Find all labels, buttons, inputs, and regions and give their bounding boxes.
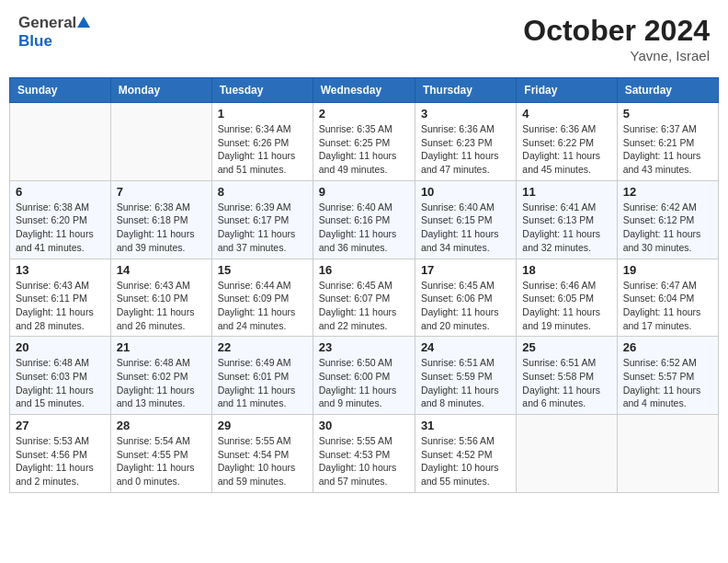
- calendar-cell: 4Sunrise: 6:36 AM Sunset: 6:22 PM Daylig…: [517, 103, 617, 181]
- calendar-cell: 14Sunrise: 6:43 AM Sunset: 6:10 PM Dayli…: [110, 259, 211, 337]
- day-number: 14: [117, 263, 206, 277]
- calendar-cell: 30Sunrise: 5:55 AM Sunset: 4:53 PM Dayli…: [313, 415, 415, 493]
- day-number: 20: [16, 340, 105, 354]
- calendar-cell: 9Sunrise: 6:40 AM Sunset: 6:16 PM Daylig…: [313, 180, 415, 259]
- calendar-cell: [517, 415, 617, 493]
- calendar-cell: 24Sunrise: 6:51 AM Sunset: 5:59 PM Dayli…: [415, 337, 516, 415]
- calendar-table: SundayMondayTuesdayWednesdayThursdayFrid…: [9, 77, 719, 493]
- day-info: Sunrise: 6:49 AM Sunset: 6:01 PM Dayligh…: [218, 356, 307, 410]
- day-number: 30: [319, 419, 409, 432]
- weekday-header-saturday: Saturday: [617, 78, 718, 103]
- day-number: 12: [623, 185, 712, 199]
- day-number: 27: [16, 419, 105, 432]
- calendar-cell: [10, 103, 111, 181]
- calendar-cell: [110, 103, 211, 181]
- calendar-week-row: 13Sunrise: 6:43 AM Sunset: 6:11 PM Dayli…: [10, 259, 719, 337]
- day-info: Sunrise: 6:51 AM Sunset: 5:59 PM Dayligh…: [421, 356, 510, 410]
- day-info: Sunrise: 6:44 AM Sunset: 6:09 PM Dayligh…: [218, 279, 307, 333]
- day-info: Sunrise: 6:45 AM Sunset: 6:06 PM Dayligh…: [421, 279, 510, 333]
- day-info: Sunrise: 5:53 AM Sunset: 4:56 PM Dayligh…: [16, 434, 105, 488]
- day-number: 7: [117, 185, 206, 199]
- logo-triangle-icon: [77, 17, 90, 28]
- calendar-cell: [617, 415, 718, 493]
- day-info: Sunrise: 6:37 AM Sunset: 6:21 PM Dayligh…: [623, 122, 712, 177]
- calendar-cell: 7Sunrise: 6:38 AM Sunset: 6:18 PM Daylig…: [110, 180, 211, 259]
- day-info: Sunrise: 6:35 AM Sunset: 6:25 PM Dayligh…: [319, 122, 409, 177]
- calendar-cell: 2Sunrise: 6:35 AM Sunset: 6:25 PM Daylig…: [313, 103, 415, 181]
- calendar-cell: 15Sunrise: 6:44 AM Sunset: 6:09 PM Dayli…: [211, 259, 313, 337]
- day-number: 18: [522, 263, 610, 277]
- day-number: 3: [421, 107, 510, 121]
- day-info: Sunrise: 6:45 AM Sunset: 6:07 PM Dayligh…: [319, 279, 409, 333]
- calendar-cell: 13Sunrise: 6:43 AM Sunset: 6:11 PM Dayli…: [10, 259, 111, 337]
- weekday-header-friday: Friday: [517, 78, 617, 103]
- calendar-cell: 3Sunrise: 6:36 AM Sunset: 6:23 PM Daylig…: [415, 103, 516, 181]
- day-number: 1: [218, 107, 307, 121]
- weekday-header-monday: Monday: [110, 78, 211, 103]
- weekday-header-tuesday: Tuesday: [211, 78, 313, 103]
- day-number: 22: [218, 340, 307, 354]
- calendar-cell: 17Sunrise: 6:45 AM Sunset: 6:06 PM Dayli…: [415, 259, 516, 337]
- day-info: Sunrise: 5:56 AM Sunset: 4:52 PM Dayligh…: [421, 434, 510, 488]
- day-number: 5: [623, 107, 712, 121]
- day-info: Sunrise: 5:55 AM Sunset: 4:54 PM Dayligh…: [218, 434, 307, 488]
- calendar-cell: 31Sunrise: 5:56 AM Sunset: 4:52 PM Dayli…: [415, 415, 516, 493]
- day-number: 16: [319, 263, 409, 277]
- day-info: Sunrise: 6:48 AM Sunset: 6:03 PM Dayligh…: [16, 356, 105, 410]
- day-number: 28: [117, 419, 206, 432]
- day-info: Sunrise: 6:42 AM Sunset: 6:12 PM Dayligh…: [623, 201, 712, 255]
- day-number: 19: [623, 263, 712, 277]
- day-number: 26: [623, 340, 712, 354]
- calendar-cell: 11Sunrise: 6:41 AM Sunset: 6:13 PM Dayli…: [517, 180, 617, 259]
- calendar-cell: 5Sunrise: 6:37 AM Sunset: 6:21 PM Daylig…: [617, 103, 718, 181]
- day-info: Sunrise: 6:47 AM Sunset: 6:04 PM Dayligh…: [623, 279, 712, 333]
- calendar-cell: 10Sunrise: 6:40 AM Sunset: 6:15 PM Dayli…: [415, 180, 516, 259]
- day-number: 23: [319, 340, 409, 354]
- location-text: Yavne, Israel: [523, 48, 710, 63]
- day-info: Sunrise: 5:54 AM Sunset: 4:55 PM Dayligh…: [117, 434, 206, 488]
- day-number: 2: [319, 107, 409, 121]
- day-info: Sunrise: 6:43 AM Sunset: 6:11 PM Dayligh…: [16, 279, 105, 333]
- calendar-cell: 19Sunrise: 6:47 AM Sunset: 6:04 PM Dayli…: [617, 259, 718, 337]
- calendar-cell: 27Sunrise: 5:53 AM Sunset: 4:56 PM Dayli…: [10, 415, 111, 493]
- calendar-cell: 21Sunrise: 6:48 AM Sunset: 6:02 PM Dayli…: [110, 337, 211, 415]
- day-number: 9: [319, 185, 409, 199]
- day-number: 11: [522, 185, 610, 199]
- day-number: 24: [421, 340, 510, 354]
- calendar-cell: 22Sunrise: 6:49 AM Sunset: 6:01 PM Dayli…: [211, 337, 313, 415]
- calendar-week-row: 1Sunrise: 6:34 AM Sunset: 6:26 PM Daylig…: [10, 103, 719, 181]
- day-number: 6: [16, 185, 105, 199]
- day-info: Sunrise: 6:36 AM Sunset: 6:23 PM Dayligh…: [421, 122, 510, 177]
- weekday-header-sunday: Sunday: [10, 78, 111, 103]
- day-info: Sunrise: 6:38 AM Sunset: 6:18 PM Dayligh…: [117, 201, 206, 255]
- day-info: Sunrise: 6:39 AM Sunset: 6:17 PM Dayligh…: [218, 201, 307, 255]
- calendar-cell: 20Sunrise: 6:48 AM Sunset: 6:03 PM Dayli…: [10, 337, 111, 415]
- day-info: Sunrise: 6:43 AM Sunset: 6:10 PM Dayligh…: [117, 279, 206, 333]
- logo-general-text: General: [18, 14, 76, 32]
- calendar-week-row: 27Sunrise: 5:53 AM Sunset: 4:56 PM Dayli…: [10, 415, 719, 493]
- day-number: 17: [421, 263, 510, 277]
- day-info: Sunrise: 6:46 AM Sunset: 6:05 PM Dayligh…: [522, 279, 610, 333]
- day-info: Sunrise: 6:41 AM Sunset: 6:13 PM Dayligh…: [522, 201, 610, 255]
- day-number: 21: [117, 340, 206, 354]
- calendar-cell: 28Sunrise: 5:54 AM Sunset: 4:55 PM Dayli…: [110, 415, 211, 493]
- calendar-cell: 16Sunrise: 6:45 AM Sunset: 6:07 PM Dayli…: [313, 259, 415, 337]
- day-info: Sunrise: 6:50 AM Sunset: 6:00 PM Dayligh…: [319, 356, 409, 410]
- day-number: 13: [16, 263, 105, 277]
- calendar-week-row: 20Sunrise: 6:48 AM Sunset: 6:03 PM Dayli…: [10, 337, 719, 415]
- calendar-cell: 1Sunrise: 6:34 AM Sunset: 6:26 PM Daylig…: [211, 103, 313, 181]
- weekday-header-wednesday: Wednesday: [313, 78, 415, 103]
- logo-blue-text: Blue: [18, 32, 52, 51]
- day-info: Sunrise: 6:38 AM Sunset: 6:20 PM Dayligh…: [16, 201, 105, 255]
- day-info: Sunrise: 6:52 AM Sunset: 5:57 PM Dayligh…: [623, 356, 712, 410]
- day-number: 8: [218, 185, 307, 199]
- logo: General Blue: [18, 14, 90, 51]
- weekday-header-row: SundayMondayTuesdayWednesdayThursdayFrid…: [10, 78, 719, 103]
- page-header: General Blue October 2024 Yavne, Israel: [9, 9, 719, 68]
- day-info: Sunrise: 6:48 AM Sunset: 6:02 PM Dayligh…: [117, 356, 206, 410]
- day-info: Sunrise: 6:40 AM Sunset: 6:16 PM Dayligh…: [319, 201, 409, 255]
- calendar-cell: 26Sunrise: 6:52 AM Sunset: 5:57 PM Dayli…: [617, 337, 718, 415]
- calendar-cell: 18Sunrise: 6:46 AM Sunset: 6:05 PM Dayli…: [517, 259, 617, 337]
- day-number: 29: [218, 419, 307, 432]
- month-title: October 2024: [523, 14, 710, 48]
